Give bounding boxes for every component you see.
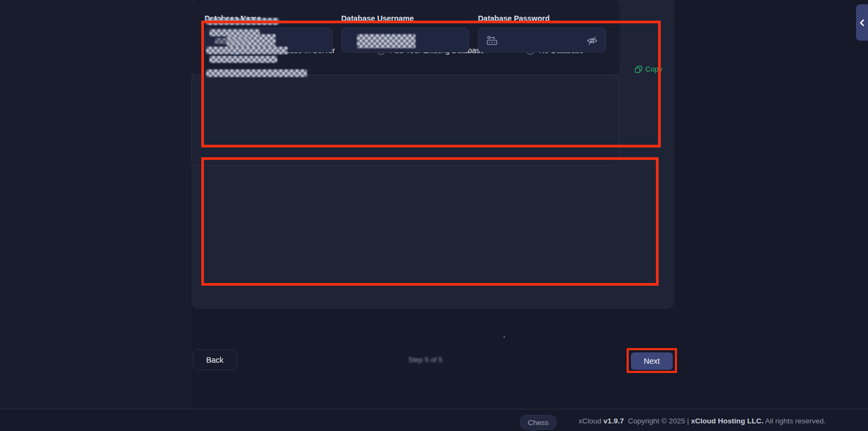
back-button[interactable]: Back	[193, 349, 237, 370]
stray-dot	[503, 336, 505, 338]
left-backdrop	[0, 0, 192, 409]
redacted-line	[209, 29, 260, 36]
footer-copyright: xCloud v1.9.7 Copyright © 2025 | xCloud …	[579, 417, 826, 425]
chess-tooltip-label: Chess	[528, 419, 548, 427]
key-password-icon	[487, 35, 497, 46]
credentials-info-box: Copy	[192, 75, 620, 166]
redacted-value	[357, 34, 416, 48]
copy-icon	[635, 66, 642, 73]
redacted-line	[209, 56, 277, 63]
footer-copyright-text: Copyright © 2025 |	[628, 417, 689, 425]
footer-divider	[0, 409, 868, 409]
redacted-line	[206, 47, 288, 54]
sidebar-collapse-toggle[interactable]	[856, 4, 868, 41]
footer-rights: All rights reserved.	[765, 417, 826, 425]
copy-button[interactable]: Copy	[635, 65, 662, 73]
footer-brand: xCloud	[579, 417, 602, 425]
redacted-line	[206, 18, 279, 25]
wizard-card: Database Management Create Database In S…	[192, 0, 674, 309]
next-button-label: Next	[644, 357, 660, 365]
chevron-left-icon	[859, 19, 865, 27]
redacted-line	[206, 69, 307, 77]
copy-label: Copy	[645, 65, 662, 73]
database-password-input[interactable]	[478, 28, 606, 53]
footer-version: v1.9.7	[603, 417, 624, 425]
eye-off-icon[interactable]	[586, 35, 598, 46]
back-button-label: Back	[206, 356, 224, 364]
database-username-input[interactable]	[341, 28, 469, 53]
database-password-label: Database Password	[478, 14, 550, 23]
chess-tooltip: Chess	[520, 415, 557, 430]
footer-company: xCloud Hosting LLC.	[691, 417, 763, 425]
step-indicator: Step 5 of 5	[387, 356, 463, 364]
redacted-line	[215, 38, 250, 44]
database-fields-panel: Database Name Database Username Database…	[192, 0, 620, 75]
next-button[interactable]: Next	[631, 352, 673, 370]
database-username-label: Database Username	[341, 14, 414, 23]
page: Database Management Create Database In S…	[0, 0, 868, 431]
